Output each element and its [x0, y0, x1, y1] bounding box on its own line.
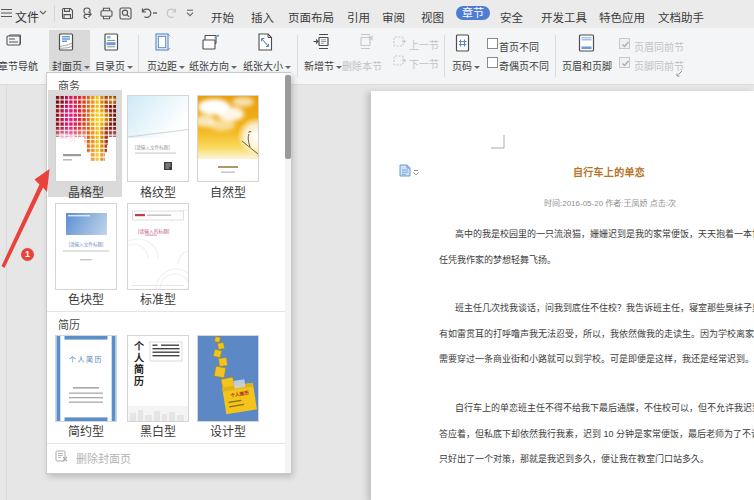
svg-text:[请输入文件标题]: [请输入文件标题] — [69, 241, 104, 248]
svg-text:历: 历 — [134, 376, 144, 387]
svg-text:[请输入文件标题]: [请输入文件标题] — [135, 144, 170, 151]
svg-text:简: 简 — [134, 363, 144, 375]
svg-text:个: 个 — [133, 340, 145, 352]
svg-text:个人简历: 个人简历 — [69, 355, 103, 364]
svg-text:[请输入的标题]: [请输入的标题] — [138, 228, 169, 235]
svg-text:人: 人 — [134, 352, 145, 364]
